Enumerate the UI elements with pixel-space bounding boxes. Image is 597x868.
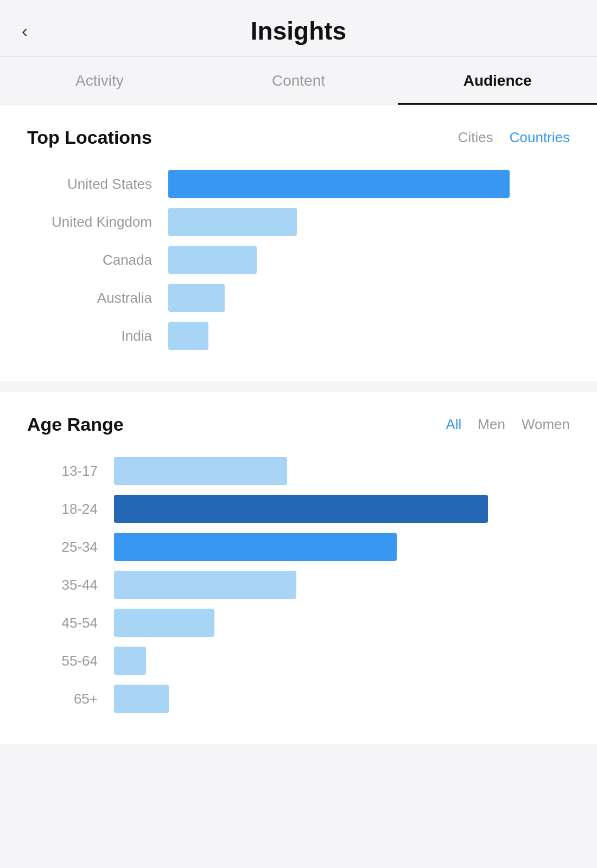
bar-label: India (27, 328, 168, 344)
table-row: 13-17 (27, 457, 570, 485)
bar-label: 13-17 (27, 463, 114, 480)
table-row: 65+ (27, 685, 570, 713)
locations-bar-chart: United StatesUnited KingdomCanadaAustral… (27, 170, 570, 360)
bar-label: Canada (27, 252, 168, 269)
bar-fill (114, 609, 214, 637)
tab-bar: Activity Content Audience (0, 57, 597, 105)
bar-fill (168, 170, 510, 198)
table-row: Canada (27, 246, 570, 274)
table-row: 25-34 (27, 533, 570, 561)
bar-track (114, 685, 570, 713)
women-filter[interactable]: Women (522, 416, 570, 433)
tab-audience[interactable]: Audience (398, 57, 597, 105)
top-locations-header: Top Locations Cities Countries (27, 127, 570, 148)
bar-fill (114, 495, 488, 523)
countries-filter[interactable]: Countries (510, 129, 570, 146)
bar-track (168, 322, 570, 350)
bar-fill (168, 208, 297, 236)
bar-fill (114, 571, 296, 599)
bar-label: United States (27, 176, 168, 193)
bar-track (114, 647, 570, 675)
age-range-title: Age Range (27, 414, 124, 435)
bar-fill (114, 647, 146, 675)
bar-label: 18-24 (27, 501, 114, 518)
back-button[interactable]: ‹ (22, 22, 28, 40)
bar-fill (168, 322, 208, 350)
bar-track (168, 246, 570, 274)
page-title: Insights (251, 16, 346, 46)
bar-label: Australia (27, 290, 168, 307)
bar-label: 65+ (27, 691, 114, 707)
cities-filter[interactable]: Cities (458, 129, 493, 146)
bar-track (114, 495, 570, 523)
bar-label: 35-44 (27, 577, 114, 593)
table-row: 35-44 (27, 571, 570, 599)
all-filter[interactable]: All (446, 416, 461, 433)
bar-track (114, 533, 570, 561)
header: ‹ Insights (0, 0, 597, 57)
bar-label: 25-34 (27, 539, 114, 556)
tab-activity[interactable]: Activity (0, 57, 199, 105)
tab-content[interactable]: Content (199, 57, 398, 105)
bar-fill (114, 685, 169, 713)
bar-track (168, 208, 570, 236)
age-range-section: Age Range All Men Women 13-1718-2425-343… (0, 392, 597, 744)
top-locations-title: Top Locations (27, 127, 152, 148)
location-filters: Cities Countries (458, 129, 570, 146)
bar-track (114, 457, 570, 485)
table-row: 18-24 (27, 495, 570, 523)
bar-track (168, 170, 570, 198)
table-row: 55-64 (27, 647, 570, 675)
table-row: Australia (27, 284, 570, 312)
bar-fill (114, 533, 397, 561)
age-filters: All Men Women (446, 416, 570, 433)
bar-label: 55-64 (27, 653, 114, 669)
section-divider (0, 381, 597, 392)
table-row: 45-54 (27, 609, 570, 637)
bar-label: 45-54 (27, 615, 114, 631)
bar-track (168, 284, 570, 312)
bar-fill (168, 246, 257, 274)
bar-fill (114, 457, 287, 485)
table-row: India (27, 322, 570, 350)
table-row: United Kingdom (27, 208, 570, 236)
bar-label: United Kingdom (27, 214, 168, 231)
men-filter[interactable]: Men (478, 416, 505, 433)
top-locations-section: Top Locations Cities Countries United St… (0, 105, 597, 381)
age-range-header: Age Range All Men Women (27, 414, 570, 435)
bar-track (114, 571, 570, 599)
bar-track (114, 609, 570, 637)
age-bar-chart: 13-1718-2425-3435-4445-5455-6465+ (27, 457, 570, 723)
bar-fill (168, 284, 225, 312)
table-row: United States (27, 170, 570, 198)
